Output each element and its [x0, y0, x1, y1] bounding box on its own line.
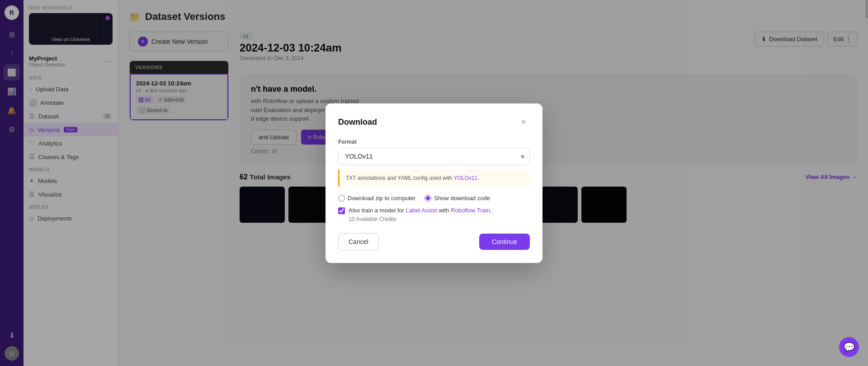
- main-content: 📁 Dataset Versions + Create New Version …: [118, 0, 868, 366]
- modal-header: Download ×: [338, 116, 530, 129]
- format-select-wrapper: YOLOv11 ▾: [338, 148, 530, 165]
- radio-zip-input[interactable]: [338, 195, 345, 202]
- roboflow-train-link[interactable]: Roboflow Train: [451, 207, 490, 214]
- radio-code-input[interactable]: [425, 195, 431, 202]
- radio-zip-option[interactable]: Download zip to computer: [338, 195, 415, 202]
- info-text-suffix: .: [477, 175, 479, 181]
- cancel-button[interactable]: Cancel: [338, 233, 379, 250]
- modal-title: Download: [338, 117, 377, 127]
- radio-zip-label: Download zip to computer: [348, 195, 415, 202]
- credits-note: 10 Available Credits: [349, 216, 530, 222]
- continue-button[interactable]: Continue: [479, 234, 530, 250]
- chat-icon: 💬: [844, 342, 855, 352]
- checkbox-mid: with: [437, 207, 451, 214]
- radio-code-option[interactable]: Show download code: [425, 195, 490, 202]
- format-info-box: TXT annotations and YAML config used wit…: [338, 169, 530, 187]
- modal-footer: Cancel Continue: [338, 233, 530, 250]
- download-options-group: Download zip to computer Show download c…: [338, 195, 530, 202]
- modal-overlay[interactable]: Download × Format YOLOv11 ▾ TXT annotati…: [118, 0, 868, 366]
- checkbox-suffix: .: [490, 207, 492, 214]
- format-select[interactable]: YOLOv11: [338, 148, 530, 165]
- modal-close-button[interactable]: ×: [517, 116, 530, 129]
- radio-code-label: Show download code: [434, 195, 490, 202]
- checkbox-prefix: Also train a model for: [349, 207, 406, 214]
- label-assist-link[interactable]: Label Assist: [406, 207, 437, 214]
- download-modal: Download × Format YOLOv11 ▾ TXT annotati…: [326, 103, 542, 263]
- yolov11-link[interactable]: YOLOv11: [453, 175, 477, 181]
- info-text-prefix: TXT annotations and YAML config used wit…: [346, 175, 453, 181]
- chat-support-button[interactable]: 💬: [839, 337, 859, 357]
- format-label: Format: [338, 139, 530, 145]
- train-checkbox-option: Also train a model for Label Assist with…: [338, 207, 530, 214]
- train-checkbox-input[interactable]: [338, 207, 345, 214]
- train-checkbox-text: Also train a model for Label Assist with…: [349, 207, 492, 214]
